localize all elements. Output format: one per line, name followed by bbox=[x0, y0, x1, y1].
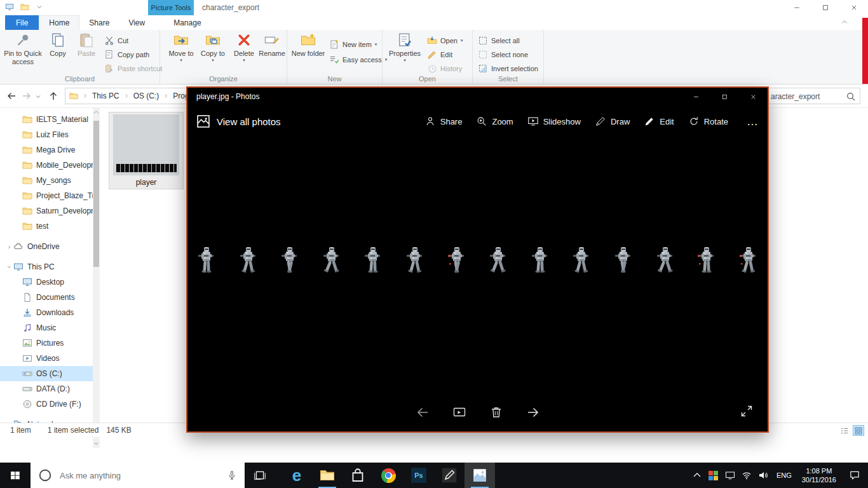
sidebar-scrollbar[interactable] bbox=[93, 108, 100, 448]
history-button[interactable]: History bbox=[427, 63, 462, 74]
explorer-close-button[interactable] bbox=[839, 0, 868, 15]
view-all-photos-button[interactable]: View all photos bbox=[196, 114, 281, 128]
rotate-button[interactable]: Rotate bbox=[681, 105, 735, 137]
scroll-up-button[interactable] bbox=[93, 108, 100, 117]
file-item-player[interactable]: player bbox=[109, 112, 184, 189]
sidebar-item-downloads[interactable]: Downloads bbox=[0, 305, 93, 320]
sidebar-item-project-blaze-tra[interactable]: Project_Blaze_Tra bbox=[0, 188, 93, 203]
up-button[interactable] bbox=[47, 90, 60, 103]
taskbar-photoshop-button[interactable]: Ps bbox=[403, 463, 434, 488]
quick-access-toolbar-icon[interactable] bbox=[20, 3, 29, 11]
tray-color-grid-button[interactable] bbox=[705, 463, 722, 488]
sidebar-item-mega-drive[interactable]: Mega Drive bbox=[0, 142, 93, 158]
sidebar-item-mobile-developr[interactable]: Mobile_Developr bbox=[0, 158, 93, 173]
details-view-button[interactable] bbox=[839, 425, 850, 436]
photos-minimize-button[interactable] bbox=[682, 88, 710, 105]
sidebar-item-data-d[interactable]: DATA (D:) bbox=[0, 381, 93, 396]
cortana-search-box[interactable] bbox=[31, 463, 245, 488]
properties-button[interactable]: Properties ▾ bbox=[386, 32, 423, 63]
recent-locations-button[interactable] bbox=[34, 93, 42, 100]
tray-volume-button[interactable] bbox=[755, 463, 771, 488]
taskbar-chrome-button[interactable] bbox=[373, 463, 403, 488]
taskbar-pen-tool-button[interactable] bbox=[434, 463, 465, 488]
easy-access-button[interactable]: Easy access ▾ bbox=[329, 54, 387, 65]
photos-maximize-button[interactable] bbox=[710, 88, 739, 105]
taskbar-photos-button[interactable] bbox=[465, 463, 495, 488]
sidebar-item-this-pc[interactable]: ›This PC bbox=[0, 259, 93, 274]
taskbar-edge-button[interactable]: e bbox=[281, 463, 312, 488]
tree-collapsed-chevron-icon[interactable]: › bbox=[5, 243, 13, 250]
paste-shortcut-button[interactable]: Paste shortcut bbox=[104, 63, 162, 74]
sidebar-item-test[interactable]: test bbox=[0, 219, 93, 234]
breadcrumb-segment-this-pc[interactable]: This PC bbox=[92, 92, 119, 100]
sidebar-item-cd-drive-f[interactable]: CD Drive (F:) bbox=[0, 396, 93, 412]
edit-button[interactable]: Edit bbox=[637, 105, 681, 137]
delete-photo-button[interactable] bbox=[489, 405, 503, 421]
rename-button[interactable]: Rename bbox=[258, 32, 286, 58]
explorer-maximize-button[interactable] bbox=[811, 0, 839, 15]
open-button[interactable]: Open ▾ bbox=[427, 35, 463, 46]
start-button[interactable] bbox=[0, 463, 31, 488]
breadcrumb-segment-os-c[interactable]: OS (C:) bbox=[133, 92, 159, 100]
sidebar-item-luiz-files[interactable]: Luiz Files bbox=[0, 127, 93, 142]
taskbar-store-button[interactable] bbox=[342, 463, 373, 488]
collapse-ribbon-button[interactable] bbox=[840, 18, 849, 27]
fullscreen-button[interactable] bbox=[740, 404, 754, 420]
scrollbar-thumb[interactable] bbox=[93, 121, 99, 267]
tray-display-button[interactable] bbox=[722, 463, 738, 488]
new-folder-button[interactable]: New folder bbox=[291, 32, 325, 58]
tray-wifi-button[interactable] bbox=[738, 463, 755, 488]
cut-button[interactable]: Cut bbox=[104, 35, 128, 46]
pin-to-quick-access-button[interactable]: Pin to Quick access bbox=[4, 32, 42, 66]
copy-path-button[interactable]: Copy path bbox=[104, 49, 149, 60]
sidebar-item-network[interactable]: ›Network bbox=[0, 417, 93, 423]
tray-hidden-icons-button[interactable] bbox=[689, 463, 705, 488]
sidebar-item-documents[interactable]: Documents bbox=[0, 290, 93, 305]
tab-manage[interactable]: Manage bbox=[164, 15, 210, 30]
move-to-button[interactable]: Move to ▾ bbox=[166, 32, 196, 63]
slideshow-button[interactable]: Slideshow bbox=[520, 105, 588, 137]
new-item-button[interactable]: New item ▾ bbox=[329, 39, 377, 50]
sidebar-item-ielts-material[interactable]: IELTS_Material bbox=[0, 112, 93, 127]
select-none-button[interactable]: Select none bbox=[478, 49, 528, 60]
scroll-down-button[interactable] bbox=[93, 439, 100, 448]
select-all-button[interactable]: Select all bbox=[478, 35, 520, 46]
sidebar-item-os-c[interactable]: OS (C:) bbox=[0, 366, 93, 381]
invert-selection-button[interactable]: Invert selection bbox=[478, 63, 538, 74]
action-center-button[interactable] bbox=[841, 470, 868, 481]
album-button[interactable] bbox=[452, 405, 466, 421]
next-photo-button[interactable] bbox=[526, 405, 540, 421]
explorer-minimize-button[interactable] bbox=[782, 0, 811, 15]
share-button[interactable]: Share bbox=[417, 105, 470, 137]
sidebar-item-desktop[interactable]: Desktop bbox=[0, 274, 93, 290]
sidebar-item-videos[interactable]: Videos bbox=[0, 351, 93, 366]
see-more-button[interactable]: … bbox=[738, 105, 768, 137]
chevron-right-icon[interactable] bbox=[82, 93, 88, 99]
previous-photo-button[interactable] bbox=[416, 405, 430, 421]
customize-qat-chevron-icon[interactable] bbox=[36, 3, 43, 11]
sidebar-item-onedrive[interactable]: ›OneDrive bbox=[0, 239, 93, 254]
microphone-icon[interactable] bbox=[227, 470, 237, 480]
tab-home[interactable]: Home bbox=[39, 15, 79, 30]
tab-view[interactable]: View bbox=[119, 15, 154, 30]
photos-close-button[interactable] bbox=[739, 88, 768, 105]
chevron-right-icon[interactable] bbox=[163, 93, 169, 99]
delete-button[interactable]: Delete ▾ bbox=[230, 32, 258, 63]
taskbar-file-explorer-button[interactable] bbox=[312, 463, 342, 488]
tree-expanded-chevron-icon[interactable]: › bbox=[6, 263, 13, 271]
sidebar-item-music[interactable]: Music bbox=[0, 320, 93, 336]
tab-file[interactable]: File bbox=[5, 15, 39, 30]
paste-button[interactable]: Paste bbox=[72, 32, 100, 58]
chevron-right-icon[interactable] bbox=[123, 93, 130, 99]
taskbar-search-input[interactable] bbox=[58, 470, 220, 481]
zoom-button[interactable]: Zoom bbox=[469, 105, 520, 137]
copy-to-button[interactable]: Copy to ▾ bbox=[198, 32, 227, 63]
edit-button[interactable]: Edit bbox=[427, 49, 452, 60]
back-button[interactable] bbox=[5, 90, 18, 103]
tab-share[interactable]: Share bbox=[79, 15, 119, 30]
sidebar-item-pictures[interactable]: Pictures bbox=[0, 336, 93, 351]
sidebar-item-my-songs[interactable]: My_songs bbox=[0, 173, 93, 188]
task-view-button[interactable] bbox=[245, 463, 275, 488]
search-icon[interactable] bbox=[846, 92, 856, 102]
large-icons-view-button[interactable] bbox=[853, 425, 864, 436]
